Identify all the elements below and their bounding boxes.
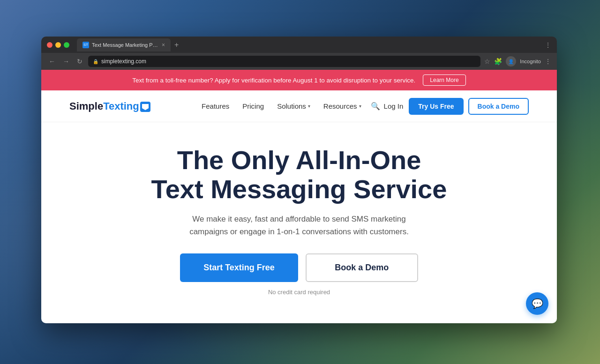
window-controls[interactable]: ⋮ bbox=[545, 41, 551, 49]
start-texting-button[interactable]: Start Texting Free bbox=[180, 253, 298, 282]
lock-icon: 🔒 bbox=[93, 59, 98, 64]
website-content: Text from a toll-free number? Apply for … bbox=[41, 70, 557, 323]
nav-features[interactable]: Features bbox=[202, 102, 229, 110]
main-navigation: SimpleTexting Features Pricing Solutions… bbox=[41, 90, 557, 122]
logo-text: SimpleTexting bbox=[69, 100, 150, 112]
incognito-label: Incognito bbox=[520, 59, 541, 64]
profile-avatar: 👤 bbox=[508, 59, 514, 64]
learn-more-button[interactable]: Learn More bbox=[423, 74, 465, 86]
log-in-button[interactable]: Log In bbox=[384, 102, 404, 110]
tab-title: Text Message Marketing Platf... bbox=[92, 42, 159, 48]
logo-icon bbox=[140, 102, 150, 112]
nav-solutions[interactable]: Solutions ▾ bbox=[277, 102, 310, 110]
search-icon[interactable]: 🔍 bbox=[371, 102, 380, 111]
tab-favicon: ST bbox=[82, 42, 89, 48]
nav-actions: ☆ 🧩 👤 Incognito ⋮ bbox=[484, 56, 551, 67]
hero-subtitle: We make it easy, fast and affordable to … bbox=[177, 213, 421, 238]
nav-resources[interactable]: Resources ▾ bbox=[323, 102, 361, 110]
logo[interactable]: SimpleTexting bbox=[69, 100, 150, 112]
close-window-button[interactable] bbox=[47, 42, 52, 48]
new-tab-button[interactable]: + bbox=[172, 41, 180, 49]
traffic-lights bbox=[47, 42, 69, 48]
maximize-window-button[interactable] bbox=[64, 42, 69, 48]
chat-icon: 💬 bbox=[532, 298, 543, 309]
solutions-chevron-icon: ▾ bbox=[308, 104, 310, 109]
bookmark-button[interactable]: ☆ bbox=[484, 58, 490, 65]
profile-icon[interactable]: 👤 bbox=[506, 56, 516, 67]
browser-title-bar: ST Text Message Marketing Platf... × + ⋮ bbox=[41, 37, 557, 53]
more-options-button[interactable]: ⋮ bbox=[545, 58, 551, 65]
logo-simple: Simple bbox=[69, 100, 103, 112]
browser-window: ST Text Message Marketing Platf... × + ⋮… bbox=[41, 37, 557, 323]
refresh-button[interactable]: ↻ bbox=[75, 56, 84, 67]
nav-pricing[interactable]: Pricing bbox=[242, 102, 264, 110]
minimize-window-button[interactable] bbox=[55, 42, 61, 48]
back-button[interactable]: ← bbox=[47, 56, 57, 67]
url-text: simpletexting.com bbox=[101, 58, 146, 65]
try-free-button[interactable]: Try Us Free bbox=[409, 98, 463, 115]
hero-section: The Only All-In-One Text Messaging Servi… bbox=[41, 122, 557, 310]
banner-text: Text from a toll-free number? Apply for … bbox=[132, 77, 415, 84]
book-demo-nav-button[interactable]: Book a Demo bbox=[468, 98, 529, 115]
forward-button[interactable]: → bbox=[61, 56, 71, 67]
active-tab[interactable]: ST Text Message Marketing Platf... × bbox=[77, 38, 171, 52]
browser-nav-bar: ← → ↻ 🔒 simpletexting.com ☆ 🧩 👤 Incognit… bbox=[41, 53, 557, 70]
logo-texting: Texting bbox=[103, 100, 139, 112]
promo-banner: Text from a toll-free number? Apply for … bbox=[41, 70, 557, 90]
no-credit-card-text: No credit card required bbox=[51, 289, 548, 296]
hero-title: The Only All-In-One Text Messaging Servi… bbox=[51, 146, 548, 203]
nav-links: Features Pricing Solutions ▾ Resources ▾ bbox=[202, 102, 361, 110]
hero-buttons: Start Texting Free Book a Demo bbox=[51, 253, 548, 282]
extensions-button[interactable]: 🧩 bbox=[494, 58, 502, 65]
resources-chevron-icon: ▾ bbox=[359, 104, 361, 109]
chat-widget[interactable]: 💬 bbox=[526, 292, 548, 315]
address-bar[interactable]: 🔒 simpletexting.com bbox=[88, 56, 480, 67]
book-demo-hero-button[interactable]: Book a Demo bbox=[306, 253, 418, 282]
tab-close-button[interactable]: × bbox=[162, 42, 165, 48]
tab-bar: ST Text Message Marketing Platf... × + bbox=[77, 37, 541, 53]
